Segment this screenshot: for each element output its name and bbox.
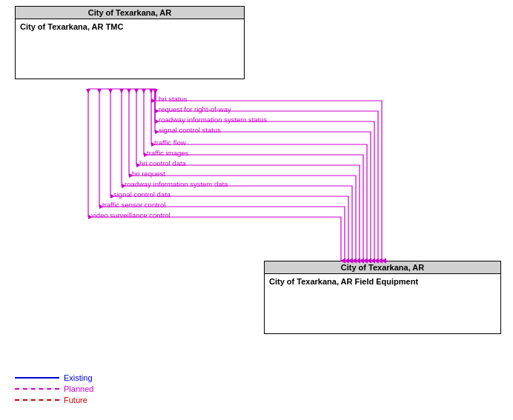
svg-marker-29 xyxy=(127,89,131,93)
label-video-surveillance: video surveillance control xyxy=(91,211,171,219)
legend-existing-label: Existing xyxy=(64,373,93,382)
legend-future: Future xyxy=(15,396,93,404)
svg-marker-30 xyxy=(134,89,139,93)
label-traffic-flow: traffic flow xyxy=(154,139,186,147)
label-request-row: request for right-of-way xyxy=(159,105,231,113)
legend: Existing Planned Future xyxy=(15,373,93,407)
svg-marker-32 xyxy=(149,89,153,93)
tmc-header: City of Texarkana, AR xyxy=(16,7,244,19)
legend-planned-label: Planned xyxy=(64,384,93,393)
svg-marker-26 xyxy=(97,89,102,93)
svg-marker-31 xyxy=(142,89,146,93)
legend-planned: Planned xyxy=(15,384,93,393)
field-header: City of Texarkana, AR xyxy=(265,261,500,274)
label-signal-control-data: signal control data xyxy=(113,190,171,199)
legend-future-line xyxy=(15,399,59,401)
label-hri-request: hri request xyxy=(132,170,165,178)
svg-marker-27 xyxy=(108,89,113,93)
label-hri-control-data: hri control data xyxy=(139,159,186,167)
svg-marker-34 xyxy=(153,89,158,93)
label-traffic-images: traffic images xyxy=(147,149,188,157)
label-roadway-info-data: roadway information system data xyxy=(125,180,228,188)
diagram-container: City of Texarkana, AR City of Texarkana,… xyxy=(0,0,513,420)
svg-marker-0 xyxy=(151,99,156,103)
label-roadway-info-status: roadway information system status xyxy=(159,116,267,124)
legend-existing: Existing xyxy=(15,373,93,382)
label-hri-status: hri status xyxy=(159,95,188,103)
label-signal-control-status: signal control status xyxy=(159,126,221,134)
svg-marker-25 xyxy=(86,89,90,93)
legend-existing-line xyxy=(15,377,59,379)
field-body: City of Texarkana, AR Field Equipment xyxy=(265,274,500,333)
svg-marker-28 xyxy=(119,89,124,93)
legend-future-label: Future xyxy=(64,396,87,404)
tmc-box: City of Texarkana, AR City of Texarkana,… xyxy=(15,6,245,79)
tmc-body: City of Texarkana, AR TMC xyxy=(16,19,244,79)
field-box: City of Texarkana, AR City of Texarkana,… xyxy=(264,261,501,334)
legend-planned-line xyxy=(15,388,59,390)
svg-marker-33 xyxy=(153,89,157,93)
label-traffic-sensor-control: traffic sensor control xyxy=(102,201,165,209)
